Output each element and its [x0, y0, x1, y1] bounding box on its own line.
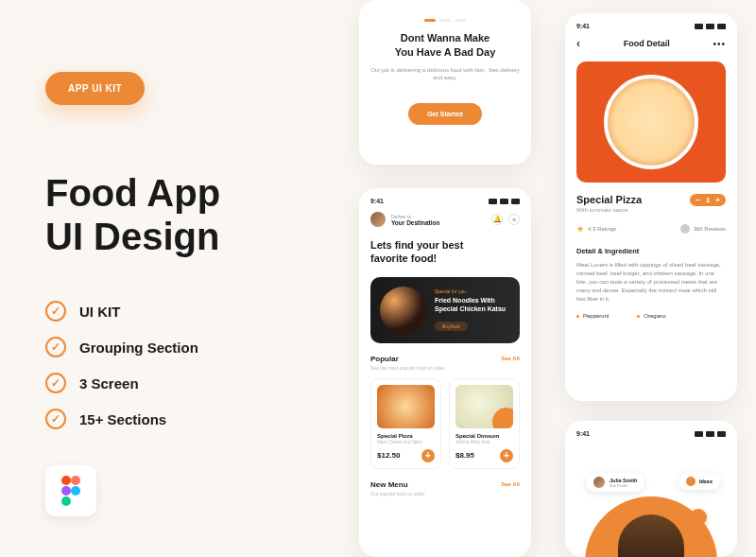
page-title: Food App UI Design	[45, 171, 329, 258]
svg-point-3	[71, 486, 80, 496]
rating-text: 4.3 Ratings	[588, 226, 616, 232]
hero-line-1: Lets find your best	[370, 239, 463, 251]
see-all-link[interactable]: See All	[501, 481, 520, 487]
check-icon: ✓	[45, 301, 66, 322]
chat-icon	[680, 224, 690, 234]
status-time: 9:41	[576, 430, 590, 437]
onboard-line-2: You Have A Bad Day	[395, 46, 496, 58]
minus-button[interactable]: −	[696, 196, 700, 204]
ingredient-item: Pepperoni	[576, 313, 609, 319]
feature-label: 15+ Sections	[79, 411, 166, 427]
food-card-dimsum[interactable]: Special DimsumShrimp filling clear$8.95+	[449, 378, 520, 469]
feature-item: ✓UI KIT	[45, 301, 329, 322]
dimsum-image	[455, 385, 513, 428]
hero-text: Lets find your bestfavorite food!	[370, 238, 520, 266]
see-all-link[interactable]: See All	[501, 356, 520, 361]
qty-value: 1	[706, 196, 710, 204]
svg-point-0	[61, 476, 71, 485]
rating-block: ★4.3 Ratings	[576, 224, 616, 234]
add-button[interactable]: +	[421, 449, 435, 462]
feature-label: Grouping Section	[79, 339, 198, 356]
new-menu-heading: New Menu	[370, 480, 408, 489]
quantity-stepper[interactable]: −1+	[690, 194, 726, 206]
status-bar: 9:41	[576, 23, 726, 29]
onboarding-screen: Dont Wanna MakeYou Have A Bad Day Our jo…	[359, 0, 531, 165]
special-card[interactable]: Special for youFried Noodles With Specia…	[370, 277, 520, 343]
bell-icon[interactable]: 🔔	[491, 214, 503, 225]
more-icon[interactable]: •••	[713, 39, 726, 49]
feature-label: 3 Screen	[79, 375, 139, 392]
ingredient-list: PepperoniOregano	[576, 313, 726, 319]
popular-subtitle: See the most popular food on order	[370, 365, 520, 371]
heading-line-1: Food App	[45, 171, 329, 215]
kit-badge: APP UI KIT	[45, 72, 145, 105]
add-button[interactable]: +	[500, 449, 513, 462]
onboard-subtitle: Our job is delivering a delicious food w…	[370, 66, 520, 82]
pizza-hero-image	[576, 61, 726, 183]
svg-point-4	[61, 496, 71, 506]
status-time: 9:41	[370, 198, 384, 204]
special-label: Special for you	[435, 288, 510, 294]
feature-item: ✓Grouping Section	[45, 337, 329, 357]
food-price: $12.50	[377, 451, 400, 460]
check-icon: ✓	[45, 373, 66, 393]
feature-list: ✓UI KIT ✓Grouping Section ✓3 Screen ✓15+…	[45, 301, 329, 429]
pizza-image	[377, 385, 435, 428]
pizza-graphic	[604, 75, 698, 169]
reviews-text: 360 Reviews	[694, 226, 726, 232]
food-sub: Shrimp filling clear	[455, 440, 513, 444]
food-sub: Meat Cheese and Spicy	[377, 440, 435, 444]
id-pill[interactable]: Idxxx	[679, 473, 720, 490]
header-row: Deliver toYour Destination 🔔 ≡	[370, 212, 520, 227]
feature-label: UI KIT	[79, 304, 120, 320]
star-icon: ★	[576, 224, 584, 234]
profile-screen: 9:41 Julia SmithSee Profile Idxxx	[565, 421, 737, 557]
profile-name: Julia Smith	[610, 478, 637, 483]
food-card-pizza[interactable]: Special PizzaMeat Cheese and Spicy$12.50…	[370, 378, 441, 469]
feature-item: ✓3 Screen	[45, 373, 329, 393]
status-bar: 9:41	[576, 430, 726, 437]
buy-button[interactable]: BuyNow	[435, 322, 468, 331]
food-name: Special Pizza	[377, 433, 435, 439]
check-icon: ✓	[45, 409, 66, 429]
reviews-block[interactable]: 360 Reviews	[680, 224, 726, 234]
profile-action: See Profile	[610, 483, 637, 488]
detail-screen: 9:41 ‹Food Detail••• Special PizzaWith t…	[565, 13, 737, 401]
popular-grid: Special PizzaMeat Cheese and Spicy$12.50…	[370, 378, 520, 469]
svg-point-1	[71, 476, 80, 485]
product-subtitle: With tommato sauce	[576, 207, 642, 213]
ingredient-item: Oregano	[637, 313, 665, 319]
special-title: Fried Noodles With Special Chicken Katsu	[435, 296, 510, 313]
status-icons	[489, 199, 520, 204]
heading-line-2: UI Design	[45, 215, 329, 258]
detail-description: Meat Lovers is filled with toppings of s…	[576, 261, 726, 304]
onboard-title: Dont Wanna MakeYou Have A Bad Day	[370, 31, 520, 61]
menu-icon[interactable]: ≡	[508, 214, 520, 225]
status-bar: 9:41	[370, 198, 520, 204]
new-menu-subtitle: Our popular food on order	[370, 491, 520, 496]
detail-header: ‹Food Detail•••	[576, 37, 726, 50]
onboard-line-1: Dont Wanna Make	[401, 32, 490, 44]
detail-section-title: Detail & Ingredient	[576, 247, 726, 255]
hero-line-2: favorite food!	[370, 252, 437, 264]
back-icon[interactable]: ‹	[576, 37, 580, 50]
status-icons	[695, 24, 726, 29]
status-time: 9:41	[576, 23, 590, 29]
plus-button[interactable]: +	[715, 196, 720, 204]
noodles-image	[380, 287, 427, 334]
get-started-button[interactable]: Get Started	[408, 103, 482, 125]
location-selector[interactable]: Deliver toYour Destination	[391, 214, 486, 226]
profile-pill[interactable]: Julia SmithSee Profile	[586, 473, 644, 492]
product-name: Special Pizza	[576, 194, 642, 205]
figma-icon	[45, 465, 96, 516]
detail-title: Food Detail	[624, 39, 670, 48]
home-screen: 9:41 Deliver toYour Destination 🔔 ≡ Lets…	[359, 188, 531, 557]
fab-icon[interactable]	[690, 509, 707, 526]
meta-row: ★4.3 Ratings 360 Reviews	[576, 224, 726, 234]
food-name: Special Dimsum	[455, 433, 513, 439]
check-icon: ✓	[45, 337, 66, 357]
fab-icon[interactable]	[697, 539, 714, 556]
page-indicator	[370, 19, 520, 22]
svg-point-2	[61, 486, 71, 496]
avatar[interactable]	[370, 212, 386, 227]
